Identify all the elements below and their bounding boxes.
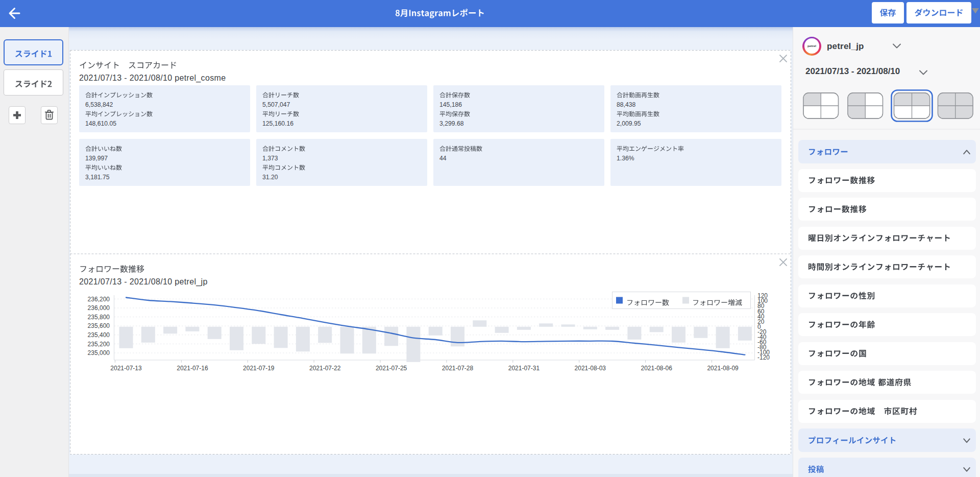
svg-text:2021-07-31: 2021-07-31 xyxy=(508,365,540,372)
svg-text:235,000: 235,000 xyxy=(88,349,110,356)
svg-text:125,160.16: 125,160.16 xyxy=(262,120,293,127)
svg-text:3,299.68: 3,299.68 xyxy=(439,120,464,127)
svg-text:-120: -120 xyxy=(757,354,770,361)
svg-text:148,610.05: 148,610.05 xyxy=(85,120,116,127)
svg-text:236,200: 236,200 xyxy=(88,296,110,303)
svg-text:2021-08-06: 2021-08-06 xyxy=(641,365,673,372)
svg-text:petrel_jp: petrel_jp xyxy=(827,41,864,51)
svg-text:139,997: 139,997 xyxy=(85,155,108,162)
svg-text:2021-07-22: 2021-07-22 xyxy=(309,365,341,372)
svg-text:2,009.95: 2,009.95 xyxy=(617,120,641,127)
svg-text:2021/07/13 - 2021/08/10 petrel: 2021/07/13 - 2021/08/10 petrel_cosme xyxy=(79,74,226,83)
svg-text:2021-07-25: 2021-07-25 xyxy=(376,365,407,372)
svg-text:145,186: 145,186 xyxy=(439,101,462,108)
svg-text:2021-07-28: 2021-07-28 xyxy=(442,365,474,372)
svg-text:5,507,047: 5,507,047 xyxy=(262,101,290,108)
svg-text:petrel: petrel xyxy=(807,44,816,47)
svg-text:235,800: 235,800 xyxy=(88,314,110,321)
svg-text:2021/07/13 - 2021/08/10: 2021/07/13 - 2021/08/10 xyxy=(805,66,900,76)
svg-text:2021-08-03: 2021-08-03 xyxy=(575,365,606,372)
svg-text:44: 44 xyxy=(439,155,447,162)
svg-text:235,200: 235,200 xyxy=(88,341,110,348)
svg-text:31.20: 31.20 xyxy=(262,174,278,181)
svg-text:1.36%: 1.36% xyxy=(617,155,634,162)
svg-text:235,600: 235,600 xyxy=(88,322,110,329)
svg-text:2021-07-13: 2021-07-13 xyxy=(110,365,142,372)
svg-text:6,538,842: 6,538,842 xyxy=(85,101,113,108)
svg-text:235,400: 235,400 xyxy=(88,331,110,339)
svg-text:1,373: 1,373 xyxy=(262,155,278,162)
svg-text:2021-08-09: 2021-08-09 xyxy=(707,365,739,372)
svg-text:2021-07-19: 2021-07-19 xyxy=(243,365,275,372)
svg-text:88,438: 88,438 xyxy=(617,101,635,108)
svg-text:2021/07/13 - 2021/08/10 petrel: 2021/07/13 - 2021/08/10 petrel_jp xyxy=(79,277,208,287)
svg-text:3,181.75: 3,181.75 xyxy=(85,174,110,181)
svg-text:236,000: 236,000 xyxy=(88,304,110,312)
svg-text:2021-07-16: 2021-07-16 xyxy=(177,365,208,372)
